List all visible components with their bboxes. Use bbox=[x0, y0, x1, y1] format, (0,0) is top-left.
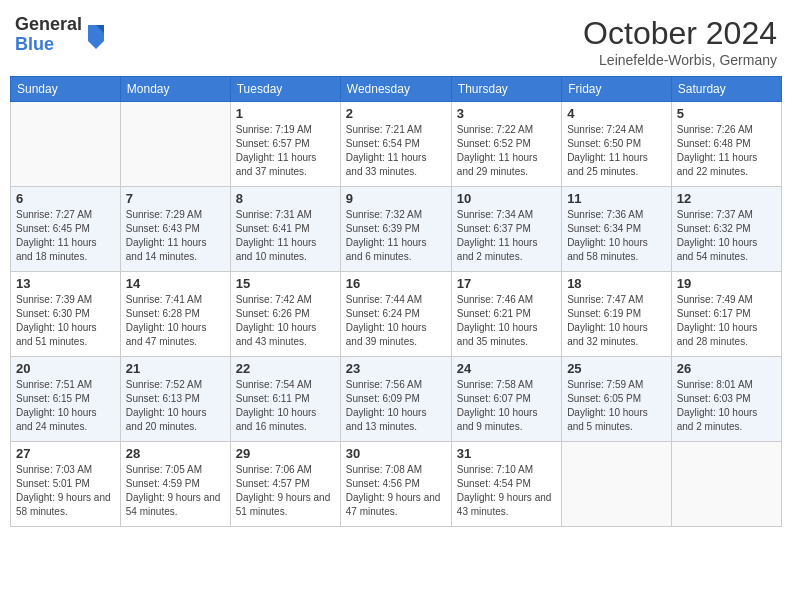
day-number: 20 bbox=[16, 361, 115, 376]
calendar-header-row: SundayMondayTuesdayWednesdayThursdayFrid… bbox=[11, 77, 782, 102]
day-info: Sunrise: 7:05 AMSunset: 4:59 PMDaylight:… bbox=[126, 463, 225, 519]
day-info: Sunrise: 7:47 AMSunset: 6:19 PMDaylight:… bbox=[567, 293, 666, 349]
day-number: 24 bbox=[457, 361, 556, 376]
page-header: General Blue October 2024 Leinefelde-Wor… bbox=[10, 10, 782, 68]
calendar-cell: 27Sunrise: 7:03 AMSunset: 5:01 PMDayligh… bbox=[11, 442, 121, 527]
day-number: 9 bbox=[346, 191, 446, 206]
day-number: 29 bbox=[236, 446, 335, 461]
calendar-table: SundayMondayTuesdayWednesdayThursdayFrid… bbox=[10, 76, 782, 527]
day-info: Sunrise: 7:10 AMSunset: 4:54 PMDaylight:… bbox=[457, 463, 556, 519]
day-info: Sunrise: 7:54 AMSunset: 6:11 PMDaylight:… bbox=[236, 378, 335, 434]
day-number: 10 bbox=[457, 191, 556, 206]
calendar-cell: 19Sunrise: 7:49 AMSunset: 6:17 PMDayligh… bbox=[671, 272, 781, 357]
day-number: 12 bbox=[677, 191, 776, 206]
calendar-cell: 6Sunrise: 7:27 AMSunset: 6:45 PMDaylight… bbox=[11, 187, 121, 272]
calendar-cell bbox=[11, 102, 121, 187]
day-info: Sunrise: 7:29 AMSunset: 6:43 PMDaylight:… bbox=[126, 208, 225, 264]
calendar-cell: 29Sunrise: 7:06 AMSunset: 4:57 PMDayligh… bbox=[230, 442, 340, 527]
day-info: Sunrise: 7:36 AMSunset: 6:34 PMDaylight:… bbox=[567, 208, 666, 264]
weekday-header-tuesday: Tuesday bbox=[230, 77, 340, 102]
day-number: 19 bbox=[677, 276, 776, 291]
calendar-week-row: 1Sunrise: 7:19 AMSunset: 6:57 PMDaylight… bbox=[11, 102, 782, 187]
weekday-header-thursday: Thursday bbox=[451, 77, 561, 102]
day-info: Sunrise: 7:19 AMSunset: 6:57 PMDaylight:… bbox=[236, 123, 335, 179]
title-block: October 2024 Leinefelde-Worbis, Germany bbox=[583, 15, 777, 68]
calendar-cell: 20Sunrise: 7:51 AMSunset: 6:15 PMDayligh… bbox=[11, 357, 121, 442]
weekday-header-sunday: Sunday bbox=[11, 77, 121, 102]
day-info: Sunrise: 7:56 AMSunset: 6:09 PMDaylight:… bbox=[346, 378, 446, 434]
day-number: 6 bbox=[16, 191, 115, 206]
day-info: Sunrise: 7:59 AMSunset: 6:05 PMDaylight:… bbox=[567, 378, 666, 434]
logo-icon bbox=[84, 21, 108, 49]
day-info: Sunrise: 7:31 AMSunset: 6:41 PMDaylight:… bbox=[236, 208, 335, 264]
calendar-cell: 7Sunrise: 7:29 AMSunset: 6:43 PMDaylight… bbox=[120, 187, 230, 272]
day-number: 1 bbox=[236, 106, 335, 121]
month-title: October 2024 bbox=[583, 15, 777, 52]
weekday-header-friday: Friday bbox=[562, 77, 672, 102]
calendar-cell: 14Sunrise: 7:41 AMSunset: 6:28 PMDayligh… bbox=[120, 272, 230, 357]
day-number: 14 bbox=[126, 276, 225, 291]
day-number: 3 bbox=[457, 106, 556, 121]
day-number: 7 bbox=[126, 191, 225, 206]
calendar-week-row: 20Sunrise: 7:51 AMSunset: 6:15 PMDayligh… bbox=[11, 357, 782, 442]
logo-blue: Blue bbox=[15, 35, 82, 55]
calendar-cell: 15Sunrise: 7:42 AMSunset: 6:26 PMDayligh… bbox=[230, 272, 340, 357]
calendar-cell: 8Sunrise: 7:31 AMSunset: 6:41 PMDaylight… bbox=[230, 187, 340, 272]
calendar-cell: 10Sunrise: 7:34 AMSunset: 6:37 PMDayligh… bbox=[451, 187, 561, 272]
day-number: 2 bbox=[346, 106, 446, 121]
calendar-cell: 16Sunrise: 7:44 AMSunset: 6:24 PMDayligh… bbox=[340, 272, 451, 357]
day-info: Sunrise: 7:22 AMSunset: 6:52 PMDaylight:… bbox=[457, 123, 556, 179]
day-number: 5 bbox=[677, 106, 776, 121]
calendar-cell: 4Sunrise: 7:24 AMSunset: 6:50 PMDaylight… bbox=[562, 102, 672, 187]
calendar-cell: 17Sunrise: 7:46 AMSunset: 6:21 PMDayligh… bbox=[451, 272, 561, 357]
calendar-cell bbox=[562, 442, 672, 527]
day-number: 13 bbox=[16, 276, 115, 291]
calendar-cell: 12Sunrise: 7:37 AMSunset: 6:32 PMDayligh… bbox=[671, 187, 781, 272]
location: Leinefelde-Worbis, Germany bbox=[583, 52, 777, 68]
day-info: Sunrise: 7:42 AMSunset: 6:26 PMDaylight:… bbox=[236, 293, 335, 349]
calendar-cell: 2Sunrise: 7:21 AMSunset: 6:54 PMDaylight… bbox=[340, 102, 451, 187]
day-info: Sunrise: 7:34 AMSunset: 6:37 PMDaylight:… bbox=[457, 208, 556, 264]
day-number: 28 bbox=[126, 446, 225, 461]
day-number: 18 bbox=[567, 276, 666, 291]
day-info: Sunrise: 7:21 AMSunset: 6:54 PMDaylight:… bbox=[346, 123, 446, 179]
calendar-cell: 24Sunrise: 7:58 AMSunset: 6:07 PMDayligh… bbox=[451, 357, 561, 442]
calendar-cell: 28Sunrise: 7:05 AMSunset: 4:59 PMDayligh… bbox=[120, 442, 230, 527]
day-number: 22 bbox=[236, 361, 335, 376]
weekday-header-monday: Monday bbox=[120, 77, 230, 102]
day-info: Sunrise: 8:01 AMSunset: 6:03 PMDaylight:… bbox=[677, 378, 776, 434]
calendar-cell: 5Sunrise: 7:26 AMSunset: 6:48 PMDaylight… bbox=[671, 102, 781, 187]
calendar-cell: 23Sunrise: 7:56 AMSunset: 6:09 PMDayligh… bbox=[340, 357, 451, 442]
day-info: Sunrise: 7:41 AMSunset: 6:28 PMDaylight:… bbox=[126, 293, 225, 349]
calendar-cell: 9Sunrise: 7:32 AMSunset: 6:39 PMDaylight… bbox=[340, 187, 451, 272]
calendar-cell: 30Sunrise: 7:08 AMSunset: 4:56 PMDayligh… bbox=[340, 442, 451, 527]
logo-text: General Blue bbox=[15, 15, 82, 55]
day-info: Sunrise: 7:39 AMSunset: 6:30 PMDaylight:… bbox=[16, 293, 115, 349]
calendar-cell: 1Sunrise: 7:19 AMSunset: 6:57 PMDaylight… bbox=[230, 102, 340, 187]
day-info: Sunrise: 7:51 AMSunset: 6:15 PMDaylight:… bbox=[16, 378, 115, 434]
day-number: 17 bbox=[457, 276, 556, 291]
day-number: 15 bbox=[236, 276, 335, 291]
day-number: 16 bbox=[346, 276, 446, 291]
day-number: 4 bbox=[567, 106, 666, 121]
calendar-cell: 26Sunrise: 8:01 AMSunset: 6:03 PMDayligh… bbox=[671, 357, 781, 442]
calendar-cell: 31Sunrise: 7:10 AMSunset: 4:54 PMDayligh… bbox=[451, 442, 561, 527]
calendar-cell bbox=[120, 102, 230, 187]
calendar-cell: 3Sunrise: 7:22 AMSunset: 6:52 PMDaylight… bbox=[451, 102, 561, 187]
weekday-header-wednesday: Wednesday bbox=[340, 77, 451, 102]
day-info: Sunrise: 7:24 AMSunset: 6:50 PMDaylight:… bbox=[567, 123, 666, 179]
calendar-week-row: 27Sunrise: 7:03 AMSunset: 5:01 PMDayligh… bbox=[11, 442, 782, 527]
day-number: 23 bbox=[346, 361, 446, 376]
day-info: Sunrise: 7:03 AMSunset: 5:01 PMDaylight:… bbox=[16, 463, 115, 519]
day-info: Sunrise: 7:49 AMSunset: 6:17 PMDaylight:… bbox=[677, 293, 776, 349]
calendar-cell: 18Sunrise: 7:47 AMSunset: 6:19 PMDayligh… bbox=[562, 272, 672, 357]
calendar-cell: 13Sunrise: 7:39 AMSunset: 6:30 PMDayligh… bbox=[11, 272, 121, 357]
day-info: Sunrise: 7:06 AMSunset: 4:57 PMDaylight:… bbox=[236, 463, 335, 519]
day-info: Sunrise: 7:58 AMSunset: 6:07 PMDaylight:… bbox=[457, 378, 556, 434]
day-number: 21 bbox=[126, 361, 225, 376]
weekday-header-saturday: Saturday bbox=[671, 77, 781, 102]
day-info: Sunrise: 7:46 AMSunset: 6:21 PMDaylight:… bbox=[457, 293, 556, 349]
calendar-cell: 11Sunrise: 7:36 AMSunset: 6:34 PMDayligh… bbox=[562, 187, 672, 272]
day-number: 8 bbox=[236, 191, 335, 206]
day-number: 31 bbox=[457, 446, 556, 461]
